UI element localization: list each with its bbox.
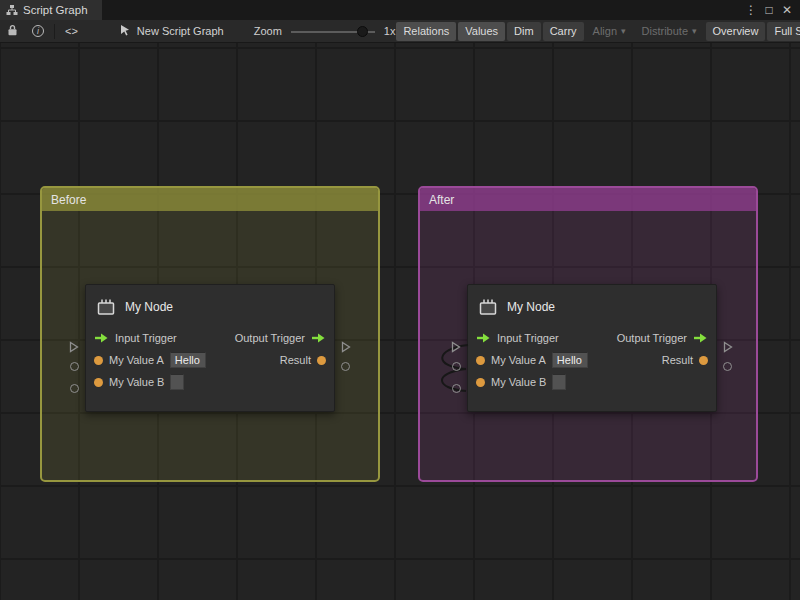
distribute-dropdown[interactable]: Distribute ▾ xyxy=(635,22,704,41)
result-port-icon[interactable] xyxy=(699,356,708,365)
output-trigger-label: Output Trigger xyxy=(617,332,687,344)
trigger-port-row: Input Trigger Output Trigger xyxy=(468,327,716,349)
value-b-label: My Value B xyxy=(491,376,546,388)
external-value-a-port[interactable] xyxy=(70,362,79,371)
group-after-header[interactable]: After xyxy=(420,188,756,211)
external-result-port[interactable] xyxy=(341,362,350,371)
node-title: My Node xyxy=(125,300,173,314)
value-a-input[interactable]: Hello xyxy=(552,352,588,368)
value-a-port-icon[interactable] xyxy=(94,356,103,365)
info-icon: i xyxy=(32,25,44,37)
result-label: Result xyxy=(280,354,311,366)
script-graph-window: Script Graph ⋮ □ ✕ i <> xyxy=(0,0,800,600)
input-trigger-port-icon[interactable] xyxy=(94,332,109,344)
external-input-trigger-port[interactable] xyxy=(69,339,79,357)
value-a-input[interactable]: Hello xyxy=(170,352,206,368)
value-a-port-row: My Value A Hello Result xyxy=(468,349,716,371)
value-b-port-icon[interactable] xyxy=(476,378,485,387)
tab-bar: Script Graph ⋮ □ ✕ xyxy=(0,0,800,20)
graph-toolbar: i <> New Script Graph Zoom 1x Relation xyxy=(0,20,800,43)
caret-down-icon: ▾ xyxy=(692,27,697,36)
value-b-input[interactable] xyxy=(552,374,566,390)
output-trigger-port-icon[interactable] xyxy=(311,332,326,344)
toolbar-toggles: Relations Values Dim Carry Align ▾ Distr… xyxy=(395,22,800,41)
group-before-title: Before xyxy=(51,193,86,207)
tab-title: Script Graph xyxy=(23,4,88,16)
value-b-port-row: My Value B xyxy=(86,371,334,393)
maximize-icon[interactable]: □ xyxy=(761,0,777,20)
window-menu-icon[interactable]: ⋮ xyxy=(743,0,759,20)
caret-down-icon: ▾ xyxy=(621,27,626,36)
zoom-slider-thumb[interactable] xyxy=(357,26,368,37)
external-input-trigger-port[interactable] xyxy=(451,339,461,357)
input-trigger-label: Input Trigger xyxy=(497,332,559,344)
lock-icon xyxy=(7,24,18,38)
close-icon[interactable]: ✕ xyxy=(779,0,795,20)
align-dropdown[interactable]: Align ▾ xyxy=(586,22,633,41)
zoom-value: 1x xyxy=(384,25,396,37)
node-header[interactable]: My Node xyxy=(86,285,334,327)
external-value-b-port[interactable] xyxy=(452,384,461,393)
zoom-label: Zoom xyxy=(254,25,282,37)
node-my-node-before[interactable]: My Node Input Trigger Output Trigg xyxy=(85,284,335,412)
output-trigger-port-icon[interactable] xyxy=(693,332,708,344)
external-value-a-port[interactable] xyxy=(452,362,461,371)
value-a-label: My Value A xyxy=(491,354,546,366)
trigger-port-row: Input Trigger Output Trigger xyxy=(86,327,334,349)
lock-button[interactable] xyxy=(0,20,25,43)
values-toggle[interactable]: Values xyxy=(458,22,505,41)
group-before-header[interactable]: Before xyxy=(42,188,378,211)
info-button[interactable]: i xyxy=(25,20,51,43)
value-b-input[interactable] xyxy=(170,374,184,390)
value-a-port-row: My Value A Hello Result xyxy=(86,349,334,371)
result-label: Result xyxy=(662,354,693,366)
group-before[interactable]: Before My Node xyxy=(40,186,380,482)
graph-name-label: New Script Graph xyxy=(137,25,224,37)
value-a-port-icon[interactable] xyxy=(476,356,485,365)
graph-breadcrumb[interactable]: New Script Graph xyxy=(119,24,224,38)
graph-tab-icon xyxy=(6,4,18,16)
zoom-slider[interactable] xyxy=(291,20,375,43)
value-b-label: My Value B xyxy=(109,376,164,388)
external-result-port[interactable] xyxy=(723,362,732,371)
node-title: My Node xyxy=(507,300,555,314)
tab-script-graph[interactable]: Script Graph xyxy=(0,0,102,20)
value-a-label: My Value A xyxy=(109,354,164,366)
value-b-port-row: My Value B xyxy=(468,371,716,393)
external-value-b-port[interactable] xyxy=(70,384,79,393)
unit-icon xyxy=(96,298,116,316)
overview-button[interactable]: Overview xyxy=(706,22,766,41)
graph-canvas[interactable]: Before My Node xyxy=(0,43,800,600)
result-port-icon[interactable] xyxy=(317,356,326,365)
toolbar-separator xyxy=(54,24,55,39)
code-icon: <> xyxy=(65,25,78,37)
pointer-icon xyxy=(119,24,131,38)
group-after[interactable]: After My Node xyxy=(418,186,758,482)
zoom-control: Zoom 1x xyxy=(254,20,396,43)
code-view-button[interactable]: <> xyxy=(58,20,85,43)
output-trigger-label: Output Trigger xyxy=(235,332,305,344)
carry-toggle[interactable]: Carry xyxy=(543,22,584,41)
group-after-title: After xyxy=(429,193,454,207)
fullscreen-button[interactable]: Full Scr xyxy=(767,22,800,41)
unit-icon xyxy=(478,298,498,316)
node-header[interactable]: My Node xyxy=(468,285,716,327)
dim-toggle[interactable]: Dim xyxy=(507,22,541,41)
input-trigger-label: Input Trigger xyxy=(115,332,177,344)
relations-toggle[interactable]: Relations xyxy=(396,22,456,41)
window-controls: ⋮ □ ✕ xyxy=(743,0,800,20)
external-output-trigger-port[interactable] xyxy=(723,339,733,357)
node-my-node-after[interactable]: My Node Input Trigger Output Trigg xyxy=(467,284,717,412)
value-b-port-icon[interactable] xyxy=(94,378,103,387)
input-trigger-port-icon[interactable] xyxy=(476,332,491,344)
external-output-trigger-port[interactable] xyxy=(341,339,351,357)
